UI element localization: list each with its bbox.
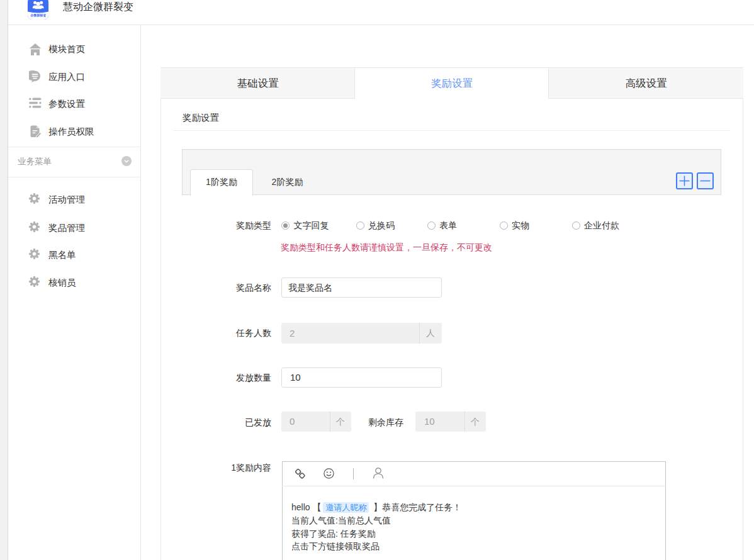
svg-text:企微群裂变: 企微群裂变 [30, 13, 46, 18]
